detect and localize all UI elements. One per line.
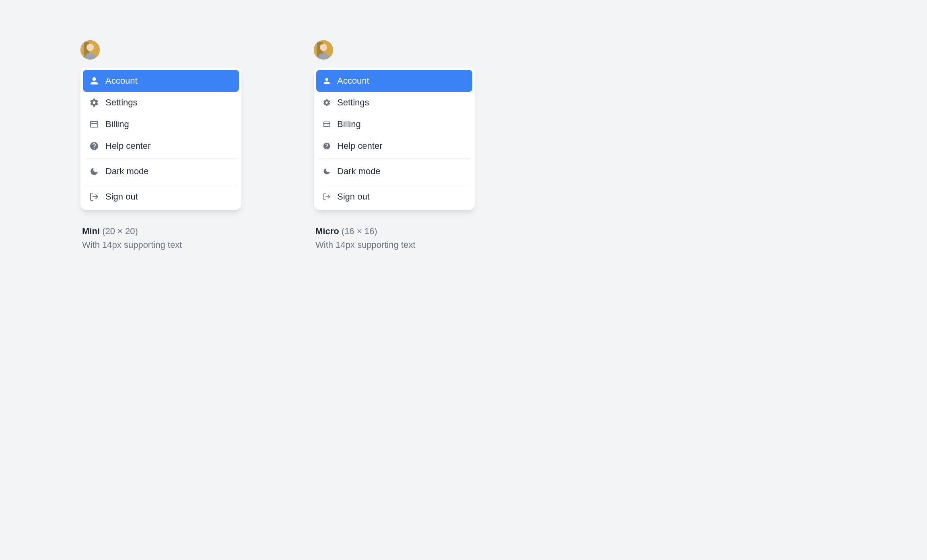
menu-label: Billing xyxy=(105,119,129,130)
credit-card-icon xyxy=(323,120,331,128)
avatar[interactable] xyxy=(80,40,100,60)
menu-label: Settings xyxy=(337,97,369,108)
caption-subtitle: With 14px supporting text xyxy=(315,240,475,250)
gear-icon xyxy=(89,98,99,107)
divider xyxy=(319,159,469,159)
credit-card-icon xyxy=(89,119,99,129)
signout-icon xyxy=(89,192,99,202)
menu-label: Dark mode xyxy=(337,166,381,177)
divider xyxy=(319,184,469,184)
example-micro: Account Settings Billing Help center Da xyxy=(314,40,475,250)
menu-label: Dark mode xyxy=(105,166,149,177)
menu-label: Help center xyxy=(105,141,151,151)
dropdown-menu: Account Settings Billing Help center Da xyxy=(314,68,475,210)
menu-item-signout[interactable]: Sign out xyxy=(316,186,472,208)
caption: Mini (20 × 20) With 14px supporting text xyxy=(82,226,241,250)
divider xyxy=(86,159,236,159)
menu-item-billing[interactable]: Billing xyxy=(83,113,239,135)
help-icon xyxy=(323,142,331,150)
moon-icon xyxy=(323,167,331,175)
example-mini: Account Settings Billing Help center Da xyxy=(80,40,241,250)
caption-subtitle: With 14px supporting text xyxy=(82,240,241,250)
menu-item-signout[interactable]: Sign out xyxy=(83,186,239,208)
menu-label: Account xyxy=(105,76,138,86)
menu-item-account[interactable]: Account xyxy=(316,70,472,92)
user-icon xyxy=(89,76,99,86)
caption: Micro (16 × 16) With 14px supporting tex… xyxy=(315,226,475,250)
moon-icon xyxy=(89,167,99,176)
gear-icon xyxy=(323,99,331,107)
caption-size: (20 × 20) xyxy=(102,226,138,236)
svg-point-6 xyxy=(320,44,327,51)
help-icon xyxy=(89,141,99,151)
menu-label: Sign out xyxy=(105,191,138,202)
menu-label: Account xyxy=(337,76,369,86)
menu-item-account[interactable]: Account xyxy=(83,70,239,92)
menu-label: Sign out xyxy=(337,191,370,202)
caption-title: Micro (16 × 16) xyxy=(315,226,475,237)
user-icon xyxy=(323,77,331,85)
signout-icon xyxy=(323,193,331,201)
menu-item-settings[interactable]: Settings xyxy=(83,92,239,113)
menu-label: Settings xyxy=(105,97,138,108)
caption-name: Mini xyxy=(82,226,100,236)
caption-name: Micro xyxy=(315,226,339,236)
caption-size: (16 × 16) xyxy=(342,226,377,236)
menu-item-billing[interactable]: Billing xyxy=(316,113,472,135)
menu-item-help[interactable]: Help center xyxy=(83,135,239,157)
svg-point-2 xyxy=(87,44,94,51)
menu-label: Help center xyxy=(337,141,383,151)
menu-item-darkmode[interactable]: Dark mode xyxy=(83,161,239,182)
dropdown-menu: Account Settings Billing Help center Da xyxy=(80,68,241,210)
divider xyxy=(86,184,236,184)
menu-label: Billing xyxy=(337,119,361,130)
menu-item-settings[interactable]: Settings xyxy=(316,92,472,113)
avatar[interactable] xyxy=(314,40,333,60)
caption-title: Mini (20 × 20) xyxy=(82,226,241,237)
menu-item-help[interactable]: Help center xyxy=(316,135,472,157)
menu-item-darkmode[interactable]: Dark mode xyxy=(316,161,472,182)
